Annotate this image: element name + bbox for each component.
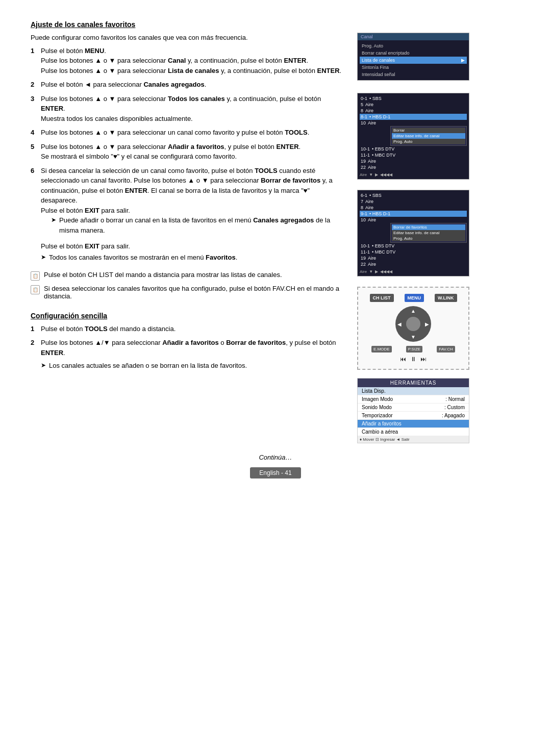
left-column: Puede configurar como favoritos los cana… <box>31 33 347 443</box>
popup1-item1: Borrar <box>392 128 465 133</box>
exit-note: Pulse el botón EXIT para salir. <box>41 241 347 251</box>
channel-list-screen-2: 6-1• SBS 7Aire 8Aire 9-1• HBS D-1 10Aire… <box>357 190 469 276</box>
ch-row-0-1: 0-1• SBS <box>360 95 467 102</box>
ch-foot-aire2: Aire <box>360 269 367 274</box>
arrow-item-3: ➤ Los canales actuales se añaden o se bo… <box>41 362 347 369</box>
herr-imagen-modo: Imagen Modo : Normal <box>358 395 469 404</box>
ch-list-2: 6-1• SBS 7Aire 8Aire 9-1• HBS D-1 10Aire… <box>360 192 467 267</box>
btn-pause: ⏸ <box>410 356 416 363</box>
section1: Ajuste de los canales favoritos Puede co… <box>31 20 520 443</box>
btn-fwd: ⏭ <box>420 356 427 363</box>
menu-prog-auto: Prog. Auto <box>360 42 467 49</box>
remote-bottom-row: E.MODE P.SIZE FAV.CH <box>364 346 462 352</box>
herr-anadir-text: Añadir a favoritos <box>362 421 402 426</box>
btn-menu: MENU <box>405 294 424 302</box>
btn-emode: E.MODE <box>371 346 392 352</box>
continua-label: Continúa… <box>259 453 292 461</box>
canal-label: Canal <box>361 34 373 39</box>
herr-sonido-modo: Sonido Modo : Custom <box>358 404 469 412</box>
steps-list: 1 Pulse el botón MENU. Pulse los botones… <box>31 46 347 238</box>
step-num-5: 5 <box>31 142 38 162</box>
ch2-row-6-1: 6-1• SBS <box>360 192 467 198</box>
popup-2: Borrar de favoritos Editar base info. de… <box>390 223 467 243</box>
step-3-content: Pulse los botones ▲ o ▼ para seleccionar… <box>41 94 347 124</box>
s2-step-2: 2 Pulse los botones ▲/▼ para seleccionar… <box>31 338 347 358</box>
s2-step-2-content: Pulse los botones ▲/▼ para seleccionar A… <box>41 338 347 358</box>
popup2-item2: Editar base info. de canal <box>392 230 465 236</box>
channel-list-screen-1: 0-1• SBS 5Aire 8Aire 8-1• HBS D-1 10Aire… <box>357 93 469 180</box>
btn-favch: FAV.CH <box>437 346 455 352</box>
ch-row-5: 5Aire <box>360 102 467 108</box>
herramientas-screen: HERRAMIENTAS Lista Disp. Imagen Modo : N… <box>357 378 469 443</box>
arrow3-text: Los canales actuales se añaden o se borr… <box>49 362 247 369</box>
step-num-6: 6 <box>31 166 38 238</box>
nav-left: ◀ <box>397 321 402 327</box>
popup1-item3: Prog. Auto <box>392 139 465 144</box>
arrow2-text: Todos los canales favoritos se mostrarán… <box>49 254 237 261</box>
arrow-icon-2: ➤ <box>41 254 46 261</box>
herr-temp-value: : Apagado <box>442 413 465 418</box>
ch-row-8: 8Aire <box>360 108 467 114</box>
step-num-1: 1 <box>31 46 38 76</box>
s2-step-num-1: 1 <box>31 324 38 334</box>
popup2-item1-sel: Borrar de favoritos <box>392 224 465 230</box>
ch-row-10-1: 10-1• EBS DTV <box>360 146 467 152</box>
note1-text: Pulse el botón CH LIST del mando a dista… <box>44 271 282 279</box>
step-6-content: Si desea cancelar la selección de un can… <box>41 166 347 238</box>
herr-footer-text: ♦ Mover ⊡ Ingresar ◄ Salir <box>360 437 410 442</box>
herr-imagen-value: : Normal <box>445 396 465 402</box>
ch-list-1: 0-1• SBS 5Aire 8Aire 8-1• HBS D-1 10Aire… <box>360 95 467 170</box>
popup1-item2-sel: Editar base info. de canal <box>392 133 465 139</box>
step4-text: Pulse los botones ▲ o ▼ para seleccionar… <box>41 129 309 136</box>
step-4: 4 Pulse los botones ▲ o ▼ para seleccion… <box>31 128 347 138</box>
remote-diagram: CH LIST MENU W.LINK ▲ ▼ ◀ ▶ <box>357 287 469 370</box>
btn-rew: ⏮ <box>400 356 406 363</box>
nav-center <box>406 317 420 331</box>
menu-sintonia: Sintonía Fina <box>360 64 467 71</box>
btn-chlist: CH LIST <box>370 294 394 302</box>
popup-1: Borrar Editar base info. de canal Prog. … <box>390 126 467 146</box>
page-wrapper: Ajuste de los canales favoritos Puede co… <box>31 20 520 478</box>
ch2-row-11-1: 11-1• MBC DTV <box>360 249 467 255</box>
s2-step1-text: Pulse el botón TOOLS del mando a distanc… <box>41 325 176 333</box>
herr-sonido-value: : Custom <box>444 405 465 410</box>
s2-step-1-content: Pulse el botón TOOLS del mando a distanc… <box>41 324 347 334</box>
section2-steps-list: 1 Pulse el botón TOOLS del mando a dista… <box>31 324 347 358</box>
herr-imagen-label: Imagen Modo <box>362 396 393 402</box>
step-5-content: Pulse los botones ▲ o ▼ para seleccionar… <box>41 142 347 162</box>
herr-temporizador: Temporizador : Apagado <box>358 412 469 420</box>
ch-row-22: 22Aire <box>360 164 467 170</box>
ch2-row-8: 8Aire <box>360 205 467 211</box>
step2-text: Pulse el botón ◄ para seleccionar Canale… <box>41 81 206 88</box>
nav-down: ▼ <box>411 334 416 340</box>
nav-right: ▶ <box>425 321 429 327</box>
canal-menu-screen: Canal Prog. Auto Borrar canal encriptado… <box>357 33 469 81</box>
ch-row-8-1-sel: 8-1• HBS D-1 <box>360 114 467 120</box>
arrow-item-1: ➤ Puede añadir o borrar un canal en la l… <box>51 215 347 235</box>
s2-step-num-2: 2 <box>31 338 38 358</box>
nav-ring: ▲ ▼ ◀ ▶ <box>395 306 431 342</box>
intro-text: Puede configurar como favoritos los cana… <box>31 33 347 43</box>
menu-lista-canales: Lista de canales ▶ <box>360 57 467 64</box>
remote-media-row: ⏮ ⏸ ⏭ <box>364 356 462 363</box>
step-6: 6 Si desea cancelar la selección de un c… <box>31 166 347 238</box>
ch2-row-9-1-sel: 9-1• HBS D-1 <box>360 211 467 217</box>
note-2: 📋 Si desea seleccionar los canales favor… <box>31 285 347 300</box>
herr-lista-disp-label: Lista Disp. <box>362 388 386 394</box>
ch-row-11-1: 11-1• MBC DTV <box>360 152 467 158</box>
arrow1-text: Puede añadir o borrar un canal en la lis… <box>59 215 347 235</box>
footer-bar: English - 41 <box>31 467 520 478</box>
btn-wlink: W.LINK <box>435 294 457 302</box>
s2-step2-text: Pulse los botones ▲/▼ para seleccionar A… <box>41 339 336 357</box>
step-2-content: Pulse el botón ◄ para seleccionar Canale… <box>41 80 347 90</box>
herr-cambio-text: Cambio a aérea <box>362 429 398 435</box>
step-4-content: Pulse los botones ▲ o ▼ para seleccionar… <box>41 128 347 138</box>
continua-text: Continúa… <box>31 453 520 461</box>
menu-borrar-enc: Borrar canal encriptado <box>360 49 467 57</box>
footer-label: English - 41 <box>250 467 300 478</box>
right-column: Canal Prog. Auto Borrar canal encriptado… <box>357 33 520 443</box>
menu-lista-canales-arrow: ▶ <box>461 58 465 63</box>
menu-intensidad: Intensidad señal <box>360 71 467 78</box>
step-5: 5 Pulse los botones ▲ o ▼ para seleccion… <box>31 142 347 162</box>
nav-ring-container: ▲ ▼ ◀ ▶ <box>395 306 431 342</box>
